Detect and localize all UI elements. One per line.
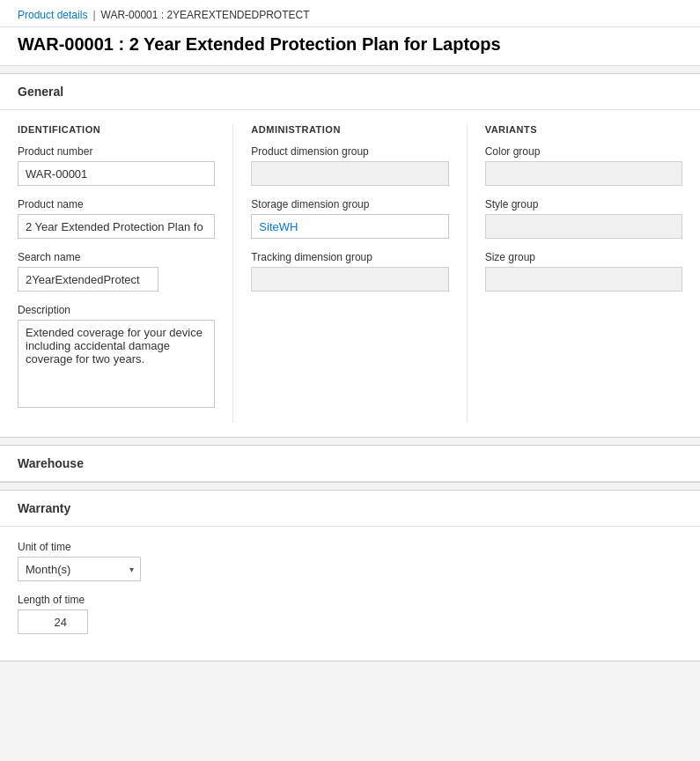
product-number-input[interactable]	[18, 161, 215, 186]
search-name-input[interactable]	[18, 267, 158, 292]
tracking-dimension-input[interactable]	[251, 267, 448, 292]
style-group-label: Style group	[485, 198, 682, 211]
unit-of-time-group: Unit of time Day(s) Week(s) Month(s) Yea…	[18, 541, 682, 581]
unit-of-time-select[interactable]: Day(s) Week(s) Month(s) Year(s)	[18, 557, 141, 581]
breadcrumb: Product details | WAR-00001 : 2YEAREXTEN…	[0, 0, 700, 27]
color-group: Color group	[485, 145, 682, 186]
size-group: Size group	[485, 251, 682, 292]
general-section-header: General	[0, 74, 700, 110]
length-of-time-label: Length of time	[18, 594, 682, 606]
tracking-dimension-label: Tracking dimension group	[251, 251, 448, 263]
warranty-section-body: Unit of time Day(s) Week(s) Month(s) Yea…	[0, 527, 700, 661]
product-name-input[interactable]	[18, 214, 215, 239]
variants-label: VARIANTS	[485, 124, 682, 135]
style-group: Style group	[485, 198, 682, 239]
product-dimension-label: Product dimension group	[251, 145, 448, 158]
storage-dimension-link[interactable]: SiteWH	[252, 216, 305, 238]
color-group-label: Color group	[485, 145, 682, 158]
warehouse-section-header: Warehouse	[0, 446, 700, 482]
length-of-time-group: Length of time	[18, 594, 682, 634]
search-name-label: Search name	[18, 251, 215, 263]
search-name-group: Search name	[18, 251, 215, 292]
breadcrumb-current: WAR-00001 : 2YEAREXTENDEDPROTECT	[101, 9, 310, 21]
storage-dimension-label: Storage dimension group	[251, 198, 448, 211]
tracking-dimension-group: Tracking dimension group	[251, 251, 448, 292]
identification-label: IDENTIFICATION	[18, 124, 215, 135]
size-group-input[interactable]	[485, 267, 682, 292]
product-name-group: Product name	[18, 198, 215, 239]
product-number-label: Product number	[18, 145, 215, 158]
identification-column: IDENTIFICATION Product number Product na…	[18, 124, 232, 423]
product-number-group: Product number	[18, 145, 215, 186]
warranty-section: Warranty Unit of time Day(s) Week(s) Mon…	[0, 490, 700, 661]
size-group-label: Size group	[485, 251, 682, 263]
breadcrumb-link[interactable]: Product details	[18, 9, 87, 21]
description-label: Description	[18, 304, 215, 316]
unit-of-time-label: Unit of time	[18, 541, 682, 553]
breadcrumb-separator: |	[92, 9, 95, 21]
length-of-time-input[interactable]	[18, 610, 88, 634]
warranty-section-header: Warranty	[0, 491, 700, 527]
product-dimension-input[interactable]	[251, 161, 448, 186]
style-group-input[interactable]	[485, 214, 682, 239]
administration-label: ADMINISTRATION	[251, 124, 448, 135]
page-title: WAR-00001 : 2 Year Extended Protection P…	[0, 27, 700, 66]
product-name-label: Product name	[18, 198, 215, 211]
product-dimension-group: Product dimension group	[251, 145, 448, 186]
storage-dimension-group: Storage dimension group SiteWH	[251, 198, 448, 239]
administration-column: ADMINISTRATION Product dimension group S…	[232, 124, 466, 423]
description-group: Description Extended coverage for your d…	[18, 304, 215, 410]
color-group-input[interactable]	[485, 161, 682, 186]
warehouse-section: Warehouse	[0, 445, 700, 483]
general-section: General IDENTIFICATION Product number Pr…	[0, 73, 700, 438]
description-textarea[interactable]: Extended coverage for your device includ…	[18, 320, 215, 408]
variants-column: VARIANTS Color group Style group Size gr…	[467, 124, 682, 423]
unit-of-time-wrapper: Day(s) Week(s) Month(s) Year(s) ▾	[18, 557, 141, 581]
